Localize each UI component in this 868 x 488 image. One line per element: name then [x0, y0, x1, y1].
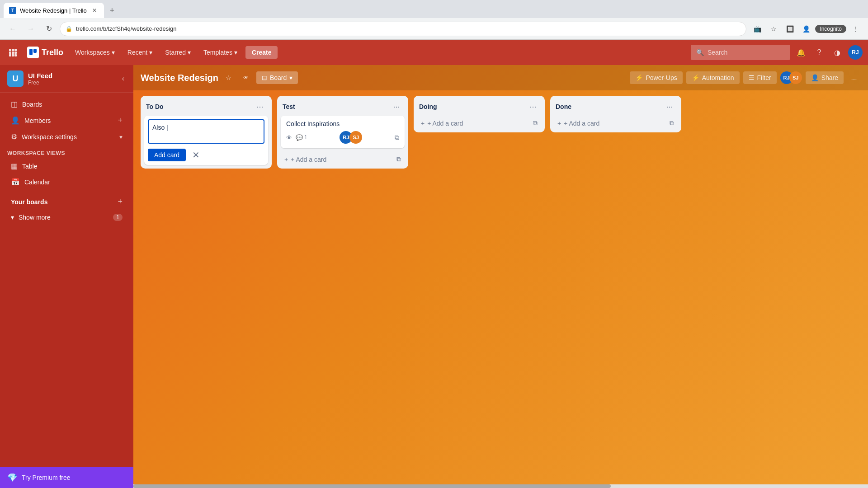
- search-bar[interactable]: 🔍 Search: [691, 45, 790, 60]
- workspaces-menu-button[interactable]: Workspaces ▾: [71, 46, 119, 59]
- svg-rect-3: [9, 52, 11, 54]
- list-doing-title: Doing: [419, 103, 437, 110]
- list-done-header: Done ···: [550, 96, 681, 116]
- sidebar-item-calendar[interactable]: 📅 Calendar: [4, 174, 130, 190]
- account-button[interactable]: 👤: [799, 22, 813, 36]
- powerups-button[interactable]: ⚡ Power-Ups: [630, 71, 682, 84]
- card-collect-inspirations[interactable]: Collect Inspirations 👁 💬 1 RJ: [281, 116, 405, 148]
- svg-rect-8: [14, 54, 17, 56]
- share-icon: 👤: [811, 74, 819, 81]
- filter-button[interactable]: ☰ Filter: [743, 71, 777, 84]
- list-done: Done ··· + + Add a card ⧉: [550, 96, 681, 132]
- theme-button[interactable]: ◑: [830, 45, 844, 60]
- copy-list-icon[interactable]: ⧉: [670, 119, 674, 127]
- premium-banner[interactable]: 💎 Try Premium free: [0, 467, 133, 488]
- nav-right-icons: 📺 ☆ 🔲 👤 Incognito ⋮: [750, 22, 863, 36]
- tab-favicon: T: [9, 7, 16, 14]
- card-avatars: RJ SJ: [340, 131, 362, 144]
- sidebar-item-table[interactable]: ▦ Table: [4, 158, 130, 174]
- copy-list-icon[interactable]: ⧉: [533, 119, 538, 127]
- copy-list-icon[interactable]: ⧉: [396, 155, 401, 163]
- plus-icon: +: [421, 120, 425, 127]
- sidebar-item-workspace-settings[interactable]: ⚙ Workspace settings ▾: [4, 129, 130, 145]
- list-todo-title: To Do: [146, 103, 164, 110]
- notifications-button[interactable]: 🔔: [794, 45, 808, 60]
- help-button[interactable]: ?: [812, 45, 826, 60]
- trello-logo-icon: [27, 47, 39, 58]
- list-test: Test ··· Collect Inspirations 👁: [277, 96, 408, 169]
- chevron-down-icon: ▾: [234, 49, 237, 56]
- address-bar[interactable]: 🔒 trello.com/b/lzcfSh4q/website-redesign: [60, 22, 746, 36]
- add-card-button-done[interactable]: + + Add a card ⧉: [552, 116, 679, 131]
- tab-close-button[interactable]: ✕: [90, 6, 99, 14]
- board-view-button[interactable]: ⊟ Board ▾: [256, 71, 298, 84]
- svg-rect-4: [12, 52, 14, 54]
- sidebar-collapse-button[interactable]: ‹: [120, 73, 126, 84]
- svg-rect-6: [9, 54, 11, 56]
- top-nav: Trello Workspaces ▾ Recent ▾ Starred ▾ T…: [0, 40, 868, 65]
- cancel-add-card-button[interactable]: ✕: [189, 149, 202, 161]
- list-done-menu-button[interactable]: ···: [663, 100, 676, 113]
- workspace-plan: Free: [28, 80, 116, 86]
- new-tab-button[interactable]: +: [106, 4, 118, 17]
- svg-rect-0: [9, 49, 11, 51]
- your-boards-section[interactable]: Your boards +: [4, 193, 130, 210]
- list-done-title: Done: [556, 103, 571, 110]
- list-doing: Doing ··· + + Add a card ⧉: [414, 96, 545, 132]
- cast-button[interactable]: 📺: [750, 22, 764, 36]
- user-avatar[interactable]: RJ: [848, 45, 863, 60]
- sidebar-item-members[interactable]: 👤 Members +: [4, 112, 130, 129]
- scrollbar-thumb: [133, 484, 611, 488]
- add-card-textarea[interactable]: Also |: [148, 119, 264, 144]
- sidebar: U UI Feed Free ‹ ◫ Boards 👤 Members +: [0, 65, 133, 488]
- share-button[interactable]: 👤 Share: [806, 71, 844, 84]
- svg-rect-7: [12, 54, 14, 56]
- automation-button[interactable]: ⚡ Automation: [686, 71, 740, 84]
- back-button[interactable]: ←: [5, 22, 20, 36]
- add-card-button[interactable]: Add card: [148, 149, 186, 161]
- star-button[interactable]: ☆: [222, 71, 236, 84]
- templates-menu-button[interactable]: Templates ▾: [199, 46, 242, 59]
- calendar-icon: 📅: [11, 178, 20, 186]
- create-button[interactable]: Create: [245, 46, 278, 59]
- starred-menu-button[interactable]: Starred ▾: [160, 46, 195, 59]
- board-content: To Do ··· Also | Add card ✕: [133, 90, 868, 484]
- add-card-area-todo: Also | Add card ✕: [144, 116, 268, 165]
- add-card-button-doing[interactable]: + + Add a card ⧉: [415, 116, 543, 131]
- show-more-button[interactable]: ▾ Show more 1: [4, 210, 130, 225]
- premium-label: Try Premium free: [22, 474, 71, 481]
- recent-menu-button[interactable]: Recent ▾: [123, 46, 157, 59]
- card-copy-button[interactable]: ⧉: [395, 134, 399, 141]
- powerups-icon: ⚡: [635, 74, 643, 81]
- active-tab[interactable]: T Website Redesign | Trello ✕: [4, 3, 104, 18]
- add-board-icon[interactable]: +: [118, 197, 123, 206]
- forward-button[interactable]: →: [24, 22, 38, 36]
- sidebar-boards-label: Boards: [22, 101, 42, 108]
- workspace-icon: U: [7, 70, 24, 87]
- add-card-button-test[interactable]: + + Add a card ⧉: [279, 152, 406, 167]
- trello-logo[interactable]: Trello: [24, 45, 67, 60]
- apps-menu-button[interactable]: [5, 45, 20, 60]
- sidebar-item-boards[interactable]: ◫ Boards: [4, 96, 130, 112]
- reload-button[interactable]: ↻: [42, 22, 56, 36]
- chevron-down-icon: ▾: [112, 49, 115, 56]
- workspace-header: U UI Feed Free ‹: [0, 65, 133, 93]
- browser-nav-bar: ← → ↻ 🔒 trello.com/b/lzcfSh4q/website-re…: [0, 18, 868, 40]
- comment-icon: 💬 1: [296, 134, 307, 141]
- horizontal-scrollbar[interactable]: [133, 484, 868, 488]
- list-todo-menu-button[interactable]: ···: [254, 100, 266, 113]
- member-avatar-sj[interactable]: SJ: [789, 71, 802, 84]
- table-icon: ▦: [11, 162, 18, 170]
- sidebar-settings-label: Workspace settings: [22, 133, 77, 141]
- profile-button[interactable]: 🔲: [783, 22, 797, 36]
- board-title: Website Redesign: [141, 73, 218, 83]
- more-options-button[interactable]: …: [847, 71, 861, 84]
- list-doing-menu-button[interactable]: ···: [527, 100, 539, 113]
- add-member-icon[interactable]: +: [118, 116, 123, 125]
- search-icon: 🔍: [696, 49, 704, 56]
- list-test-menu-button[interactable]: ···: [390, 100, 403, 113]
- plus-icon: +: [284, 156, 288, 163]
- menu-button[interactable]: ⋮: [848, 22, 863, 36]
- bookmark-button[interactable]: ☆: [766, 22, 781, 36]
- visibility-button[interactable]: 👁: [239, 71, 253, 84]
